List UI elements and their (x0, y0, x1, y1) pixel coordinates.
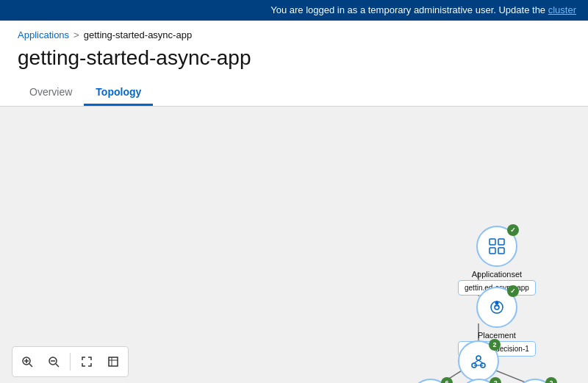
node-route[interactable]: 6 Route (410, 379, 451, 383)
svg-line-18 (478, 360, 483, 363)
zoom-out-icon (48, 356, 60, 368)
applicationset-circle: ✓ (476, 226, 517, 267)
zoom-in-button[interactable] (15, 350, 39, 373)
expand-icon (107, 356, 119, 368)
svg-point-13 (495, 301, 498, 305)
service-badge: 2 (545, 377, 557, 383)
page-title: getting-started-async-app (18, 46, 570, 70)
route-circle: 6 (410, 379, 451, 383)
main-content: ✓ Applicationset gettin.ed-async-app ✓ P… (0, 107, 588, 383)
applicationset-badge: ✓ (507, 224, 519, 236)
svg-rect-39 (109, 357, 118, 366)
node-service[interactable]: 2 Service (514, 379, 556, 383)
fit-icon (81, 356, 93, 368)
header-area: Applications > getting-started-async-app… (0, 21, 588, 107)
svg-rect-8 (498, 239, 504, 245)
svg-point-14 (476, 356, 481, 360)
breadcrumb-separator: > (74, 29, 79, 40)
topology-canvas: ✓ Applicationset gettin.ed-async-app ✓ P… (0, 107, 588, 383)
banner-text: You are logged in as a temporary adminis… (270, 4, 548, 15)
placement-badge: ✓ (507, 285, 519, 297)
node-applicationset[interactable]: ✓ Applicationset gettin.ed-async-app (458, 226, 536, 296)
tab-topology[interactable]: Topology (84, 80, 153, 106)
cluster-badge: 2 (489, 339, 501, 351)
bottom-toolbar (12, 346, 129, 377)
svg-line-37 (56, 364, 59, 367)
placement-circle: ✓ (476, 287, 517, 328)
cluster-icon (468, 351, 489, 371)
cluster-circle: 2 (458, 340, 499, 382)
cluster-link[interactable]: cluster (548, 4, 576, 15)
tab-overview[interactable]: Overview (18, 80, 84, 106)
applicationset-label: Applicationset (472, 270, 523, 279)
toolbar-separator-1 (70, 353, 71, 371)
svg-rect-9 (490, 248, 495, 254)
zoom-out-button[interactable] (42, 350, 65, 373)
breadcrumb: Applications > getting-started-async-app (18, 29, 570, 40)
placement-label: Placement (478, 331, 516, 340)
breadcrumb-current: getting-started-async-app (84, 29, 192, 40)
svg-line-17 (474, 360, 478, 363)
node-deployment[interactable]: 2 Deployment (458, 379, 501, 383)
applicationset-icon (487, 236, 507, 257)
deployment-badge: 2 (490, 377, 501, 383)
top-banner: You are logged in as a temporary adminis… (0, 0, 588, 21)
svg-line-33 (29, 364, 32, 367)
zoom-in-icon (21, 356, 33, 368)
route-badge: 6 (441, 377, 453, 383)
svg-rect-10 (498, 248, 504, 254)
placement-icon (487, 297, 507, 318)
fit-button[interactable] (75, 350, 98, 373)
tabs: Overview Topology (18, 80, 570, 106)
deployment-circle: 2 (459, 379, 500, 383)
service-circle: 2 (514, 379, 556, 383)
node-cluster[interactable]: 2 Cluster (458, 340, 499, 383)
breadcrumb-parent[interactable]: Applications (18, 29, 69, 40)
svg-rect-7 (490, 239, 495, 245)
expand-button[interactable] (101, 350, 125, 373)
